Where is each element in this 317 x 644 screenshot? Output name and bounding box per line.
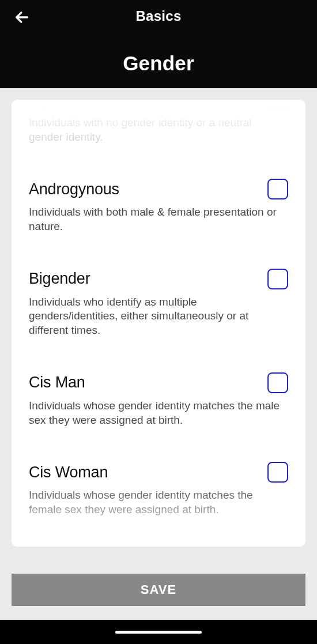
- option-description: Individuals whose gender identity matche…: [29, 488, 288, 517]
- option-label: Cis Man: [29, 374, 85, 391]
- option-description: Individuals with no gender identity or a…: [29, 116, 288, 144]
- option-description: Individuals who identify as multiple gen…: [29, 295, 288, 338]
- option-cis-man[interactable]: Cis Man Individuals whose gender identit…: [29, 349, 288, 439]
- save-bar: SAVE: [0, 566, 317, 620]
- option-checkbox[interactable]: [267, 100, 288, 110]
- option-androgynous[interactable]: Androgynous Individuals with both male &…: [29, 156, 288, 245]
- page-title: Gender: [0, 52, 317, 75]
- screen: Basics Gender Agender Individuals with n…: [0, 0, 317, 644]
- option-label: Bigender: [29, 270, 90, 288]
- back-button[interactable]: [12, 7, 32, 28]
- header-section-label: Basics: [0, 0, 317, 24]
- option-agender[interactable]: Agender Individuals with no gender ident…: [29, 100, 288, 156]
- option-checkbox[interactable]: [267, 462, 288, 483]
- option-description: Individuals with both male & female pres…: [29, 205, 288, 234]
- option-checkbox[interactable]: [267, 269, 288, 289]
- options-list: Agender Individuals with no gender ident…: [12, 100, 305, 547]
- option-checkbox[interactable]: [267, 179, 288, 199]
- home-indicator[interactable]: [115, 631, 202, 634]
- option-description: Individuals whose gender identity matche…: [29, 399, 288, 427]
- option-cis-woman[interactable]: Cis Woman Individuals whose gender ident…: [29, 439, 288, 528]
- option-label: Androgynous: [29, 180, 119, 198]
- option-label: Agender: [29, 100, 87, 109]
- options-card[interactable]: Agender Individuals with no gender ident…: [12, 100, 305, 547]
- content-area: Agender Individuals with no gender ident…: [0, 88, 317, 566]
- option-bigender[interactable]: Bigender Individuals who identify as mul…: [29, 246, 288, 349]
- option-checkbox[interactable]: [267, 372, 288, 393]
- arrow-left-icon: [14, 9, 30, 25]
- option-label: Cis Woman: [29, 464, 108, 481]
- header: Basics Gender: [0, 0, 317, 88]
- system-bottom-bar: [0, 620, 317, 644]
- option-genderfluid[interactable]: Genderfluid Individuals who don't have a…: [29, 529, 288, 547]
- save-button[interactable]: SAVE: [12, 574, 305, 606]
